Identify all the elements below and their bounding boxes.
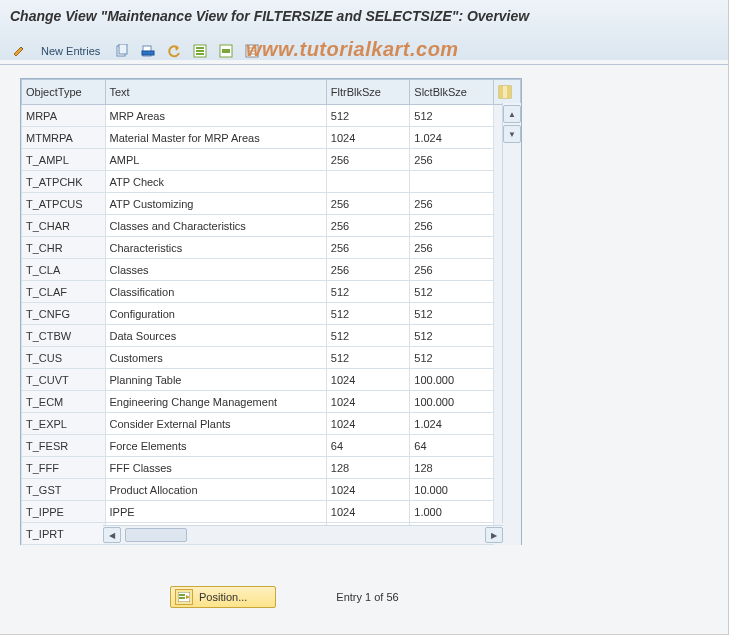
cell-slctblksze[interactable]: 1.024 bbox=[410, 127, 494, 149]
cell-objecttype[interactable]: T_CLAF bbox=[22, 281, 106, 303]
cell-objecttype[interactable]: T_ATPCUS bbox=[22, 193, 106, 215]
cell-text[interactable]: Classes bbox=[105, 259, 326, 281]
cell-text[interactable]: Product Allocation bbox=[105, 479, 326, 501]
cell-fltrblksze[interactable]: 1024 bbox=[326, 479, 410, 501]
delete-icon[interactable] bbox=[137, 40, 159, 62]
table-row[interactable]: T_CLAFClassification512512 bbox=[22, 281, 521, 303]
cell-objecttype[interactable]: MTMRPA bbox=[22, 127, 106, 149]
cell-slctblksze[interactable]: 100.000 bbox=[410, 369, 494, 391]
cell-fltrblksze[interactable]: 512 bbox=[326, 281, 410, 303]
cell-text[interactable]: FFF Classes bbox=[105, 457, 326, 479]
table-row[interactable]: T_CUSCustomers512512 bbox=[22, 347, 521, 369]
col-header-text[interactable]: Text bbox=[105, 80, 326, 105]
cell-slctblksze[interactable]: 64 bbox=[410, 435, 494, 457]
copy-icon[interactable] bbox=[111, 40, 133, 62]
cell-fltrblksze[interactable]: 512 bbox=[326, 105, 410, 127]
table-row[interactable]: T_ATPCHKATP Check bbox=[22, 171, 521, 193]
cell-objecttype[interactable]: T_FESR bbox=[22, 435, 106, 457]
cell-fltrblksze[interactable]: 128 bbox=[326, 457, 410, 479]
undo-icon[interactable] bbox=[163, 40, 185, 62]
cell-fltrblksze[interactable]: 256 bbox=[326, 193, 410, 215]
cell-objecttype[interactable]: T_IPPE bbox=[22, 501, 106, 523]
configure-columns-icon[interactable] bbox=[493, 80, 520, 105]
cell-text[interactable]: Engineering Change Management bbox=[105, 391, 326, 413]
cell-objecttype[interactable]: T_CUVT bbox=[22, 369, 106, 391]
horizontal-scrollbar[interactable]: ◀ ▶ bbox=[103, 525, 503, 544]
table-row[interactable]: MTMRPAMaterial Master for MRP Areas10241… bbox=[22, 127, 521, 149]
cell-objecttype[interactable]: T_CUS bbox=[22, 347, 106, 369]
cell-objecttype[interactable]: T_IPRT bbox=[22, 523, 106, 545]
cell-text[interactable]: IPPE bbox=[105, 501, 326, 523]
cell-fltrblksze[interactable]: 256 bbox=[326, 149, 410, 171]
cell-fltrblksze[interactable]: 512 bbox=[326, 325, 410, 347]
cell-objecttype[interactable]: T_CTBW bbox=[22, 325, 106, 347]
cell-objecttype[interactable]: T_ECM bbox=[22, 391, 106, 413]
cell-text[interactable]: AMPL bbox=[105, 149, 326, 171]
deselect-all-icon[interactable] bbox=[241, 40, 263, 62]
cell-text[interactable]: Material Master for MRP Areas bbox=[105, 127, 326, 149]
cell-slctblksze[interactable]: 512 bbox=[410, 105, 494, 127]
cell-slctblksze[interactable]: 512 bbox=[410, 325, 494, 347]
cell-fltrblksze[interactable]: 1024 bbox=[326, 127, 410, 149]
cell-text[interactable]: Planning Table bbox=[105, 369, 326, 391]
table-row[interactable]: T_CNFGConfiguration512512 bbox=[22, 303, 521, 325]
cell-objecttype[interactable]: T_CNFG bbox=[22, 303, 106, 325]
cell-objecttype[interactable]: T_AMPL bbox=[22, 149, 106, 171]
cell-text[interactable]: Data Sources bbox=[105, 325, 326, 347]
cell-slctblksze[interactable]: 512 bbox=[410, 347, 494, 369]
cell-slctblksze[interactable]: 256 bbox=[410, 237, 494, 259]
toggle-edit-icon[interactable] bbox=[8, 40, 30, 62]
cell-slctblksze[interactable]: 1.024 bbox=[410, 413, 494, 435]
cell-slctblksze[interactable]: 1.000 bbox=[410, 501, 494, 523]
scroll-down-icon[interactable]: ▼ bbox=[503, 125, 521, 143]
cell-fltrblksze[interactable] bbox=[326, 171, 410, 193]
scroll-left-icon[interactable]: ◀ bbox=[103, 527, 121, 543]
cell-fltrblksze[interactable]: 256 bbox=[326, 237, 410, 259]
cell-slctblksze[interactable]: 100.000 bbox=[410, 391, 494, 413]
cell-objecttype[interactable]: T_EXPL bbox=[22, 413, 106, 435]
cell-fltrblksze[interactable]: 512 bbox=[326, 303, 410, 325]
select-block-icon[interactable] bbox=[215, 40, 237, 62]
cell-slctblksze[interactable]: 256 bbox=[410, 215, 494, 237]
table-row[interactable]: MRPAMRP Areas512512 bbox=[22, 105, 521, 127]
cell-slctblksze[interactable]: 10.000 bbox=[410, 479, 494, 501]
cell-text[interactable]: Consider External Plants bbox=[105, 413, 326, 435]
table-row[interactable]: T_AMPLAMPL256256 bbox=[22, 149, 521, 171]
cell-fltrblksze[interactable]: 1024 bbox=[326, 501, 410, 523]
cell-text[interactable]: Classification bbox=[105, 281, 326, 303]
cell-objecttype[interactable]: T_FFF bbox=[22, 457, 106, 479]
cell-text[interactable]: MRP Areas bbox=[105, 105, 326, 127]
cell-fltrblksze[interactable]: 1024 bbox=[326, 369, 410, 391]
col-header-slctblksze[interactable]: SlctBlkSze bbox=[410, 80, 494, 105]
cell-text[interactable]: Customers bbox=[105, 347, 326, 369]
table-row[interactable]: T_ATPCUSATP Customizing256256 bbox=[22, 193, 521, 215]
cell-fltrblksze[interactable]: 512 bbox=[326, 347, 410, 369]
cell-objecttype[interactable]: T_CLA bbox=[22, 259, 106, 281]
table-row[interactable]: T_CLAClasses256256 bbox=[22, 259, 521, 281]
cell-text[interactable]: ATP Check bbox=[105, 171, 326, 193]
hscroll-thumb[interactable] bbox=[125, 528, 187, 542]
cell-slctblksze[interactable] bbox=[410, 171, 494, 193]
cell-fltrblksze[interactable]: 1024 bbox=[326, 413, 410, 435]
table-row[interactable]: T_EXPLConsider External Plants10241.024 bbox=[22, 413, 521, 435]
table-row[interactable]: T_GSTProduct Allocation102410.000 bbox=[22, 479, 521, 501]
vertical-scrollbar[interactable]: ▲ ▼ bbox=[502, 103, 521, 523]
cell-objecttype[interactable]: T_GST bbox=[22, 479, 106, 501]
table-row[interactable]: T_FESRForce Elements6464 bbox=[22, 435, 521, 457]
table-row[interactable]: T_FFFFFF Classes128128 bbox=[22, 457, 521, 479]
table-row[interactable]: T_ECMEngineering Change Management102410… bbox=[22, 391, 521, 413]
cell-fltrblksze[interactable]: 64 bbox=[326, 435, 410, 457]
cell-objecttype[interactable]: T_CHR bbox=[22, 237, 106, 259]
cell-slctblksze[interactable]: 512 bbox=[410, 281, 494, 303]
cell-fltrblksze[interactable]: 256 bbox=[326, 259, 410, 281]
cell-fltrblksze[interactable]: 256 bbox=[326, 215, 410, 237]
select-all-icon[interactable] bbox=[189, 40, 211, 62]
cell-text[interactable]: Force Elements bbox=[105, 435, 326, 457]
cell-slctblksze[interactable]: 128 bbox=[410, 457, 494, 479]
col-header-objecttype[interactable]: ObjectType bbox=[22, 80, 106, 105]
cell-objecttype[interactable]: MRPA bbox=[22, 105, 106, 127]
cell-text[interactable]: ATP Customizing bbox=[105, 193, 326, 215]
scroll-up-icon[interactable]: ▲ bbox=[503, 105, 521, 123]
table-row[interactable]: T_IPPEIPPE10241.000 bbox=[22, 501, 521, 523]
cell-text[interactable]: Characteristics bbox=[105, 237, 326, 259]
